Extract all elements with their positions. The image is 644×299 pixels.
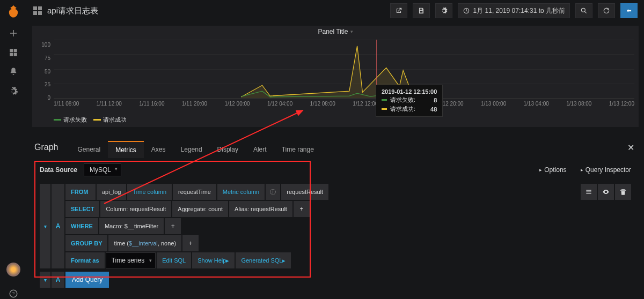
tab-axes[interactable]: Axes	[144, 141, 173, 158]
svg-rect-0	[10, 49, 13, 52]
refresh-button[interactable]	[598, 3, 615, 18]
query-collapse-toggle[interactable]: ▾	[40, 184, 50, 268]
dashboard-icon[interactable]	[33, 6, 42, 15]
svg-rect-2	[10, 53, 13, 56]
addquery-letter: A	[52, 272, 64, 288]
plot-area[interactable]	[54, 40, 634, 99]
chart-legend: 请求失败 请求成功	[32, 114, 639, 127]
query-menu-icon[interactable]	[581, 184, 597, 200]
from-table[interactable]: api_log	[97, 184, 126, 200]
help-icon[interactable]: ?	[8, 288, 19, 299]
x-axis-labels: 1/11 08:001/11 12:001/11 16:001/11 20:00…	[54, 99, 634, 107]
grafana-logo-icon[interactable]	[6, 4, 21, 19]
query-inspector-button[interactable]: ▸Query Inspector	[581, 166, 631, 174]
close-editor-button[interactable]: ✕	[625, 143, 636, 153]
where-keyword: WHERE	[65, 218, 98, 234]
apps-icon[interactable]	[8, 47, 19, 58]
select-add-button[interactable]: +	[294, 201, 310, 217]
top-bar: api请求日志表 1月 11, 2019 07:14:31 to 几秒前	[27, 0, 644, 21]
add-query-button[interactable]: Add Query	[65, 272, 109, 288]
options-toggle[interactable]: ▸Options	[539, 166, 566, 174]
where-add-button[interactable]: +	[165, 218, 181, 234]
bell-icon[interactable]	[8, 66, 19, 77]
time-range-label: 1月 11, 2019 07:14:31 to 几秒前	[473, 6, 565, 16]
datasource-select[interactable]: MySQL	[84, 163, 121, 176]
groupby-expr[interactable]: time ($__interval, none)	[108, 235, 181, 251]
metric-column-label: Metric column	[217, 184, 265, 200]
svg-rect-3	[14, 53, 17, 56]
from-keyword: FROM	[65, 184, 96, 200]
tab-general[interactable]: General	[70, 141, 108, 158]
chart-area[interactable]: 100 75 50 25 0	[32, 40, 639, 114]
query-letter: A	[52, 184, 64, 268]
query-visibility-icon[interactable]	[598, 184, 614, 200]
panel-title[interactable]: Panel Title ▾	[32, 26, 639, 38]
legend-item[interactable]: 请求成功	[93, 116, 127, 124]
time-column-label: Time column	[127, 184, 172, 200]
left-sidebar: ?	[0, 0, 27, 299]
format-select[interactable]: Time series	[106, 252, 156, 268]
query-delete-icon[interactable]	[615, 184, 631, 200]
edit-sql-button[interactable]: Edit SQL	[157, 252, 191, 268]
time-range-picker[interactable]: 1月 11, 2019 07:14:31 to 几秒前	[458, 3, 570, 18]
metric-column-value[interactable]: requestResult	[281, 184, 328, 200]
dashboard-title[interactable]: api请求日志表	[47, 6, 98, 16]
select-alias[interactable]: Alias: requestResult	[229, 201, 292, 217]
tab-timerange[interactable]: Time range	[274, 141, 321, 158]
settings-button[interactable]	[435, 3, 452, 18]
format-keyword: Format as	[65, 252, 105, 268]
select-aggregate[interactable]: Aggregate: count	[172, 201, 228, 217]
datasource-row: Data Source MySQL ▸Options ▸Query Inspec…	[32, 158, 639, 182]
groupby-add-button[interactable]: +	[182, 235, 199, 251]
svg-marker-8	[241, 46, 413, 98]
where-macro[interactable]: Macro: $__timeFilter	[99, 218, 164, 234]
y-axis-labels: 100 75 50 25 0	[32, 42, 50, 101]
editor-section-title: Graph	[34, 143, 58, 152]
addquery-collapse[interactable]: ▾	[40, 272, 50, 288]
generated-sql-button[interactable]: Generated SQL ▸	[236, 252, 291, 268]
back-button[interactable]	[620, 3, 638, 18]
info-icon[interactable]: ⓘ	[266, 184, 280, 200]
save-button[interactable]	[413, 3, 430, 18]
tab-legend[interactable]: Legend	[173, 141, 210, 158]
gear-icon[interactable]	[8, 86, 19, 96]
avatar[interactable]	[6, 263, 20, 276]
tab-display[interactable]: Display	[210, 141, 246, 158]
zoom-out-button[interactable]	[575, 3, 592, 18]
share-button[interactable]	[390, 3, 407, 18]
select-keyword: SELECT	[65, 201, 99, 217]
show-help-button[interactable]: Show Help ▸	[192, 252, 235, 268]
tab-metrics[interactable]: Metrics	[108, 141, 144, 158]
time-column-value[interactable]: requestTime	[173, 184, 216, 200]
graph-panel: Panel Title ▾ 100 75 50 25 0	[32, 26, 639, 127]
tab-alert[interactable]: Alert	[246, 141, 274, 158]
plus-icon[interactable]	[8, 28, 19, 39]
editor-tabs: General Metrics Axes Legend Display Aler…	[70, 137, 321, 158]
main-area: Panel Title ▾ 100 75 50 25 0	[27, 21, 644, 299]
groupby-keyword: GROUP BY	[65, 235, 107, 251]
svg-text:?: ?	[12, 291, 15, 296]
datasource-label: Data Source	[40, 166, 77, 174]
add-query-row: ▾ A Add Query	[40, 272, 631, 288]
select-column[interactable]: Column: requestResult	[100, 201, 171, 217]
legend-item[interactable]: 请求失败	[54, 116, 87, 124]
svg-point-7	[581, 8, 585, 12]
query-row-a: ▾ A FROM api_log Time column requestTime…	[40, 184, 631, 268]
crosshair-line	[376, 40, 377, 98]
chevron-down-icon: ▾	[350, 29, 353, 34]
svg-rect-1	[14, 49, 17, 52]
editor-header: Graph General Metrics Axes Legend Displa…	[32, 137, 639, 158]
